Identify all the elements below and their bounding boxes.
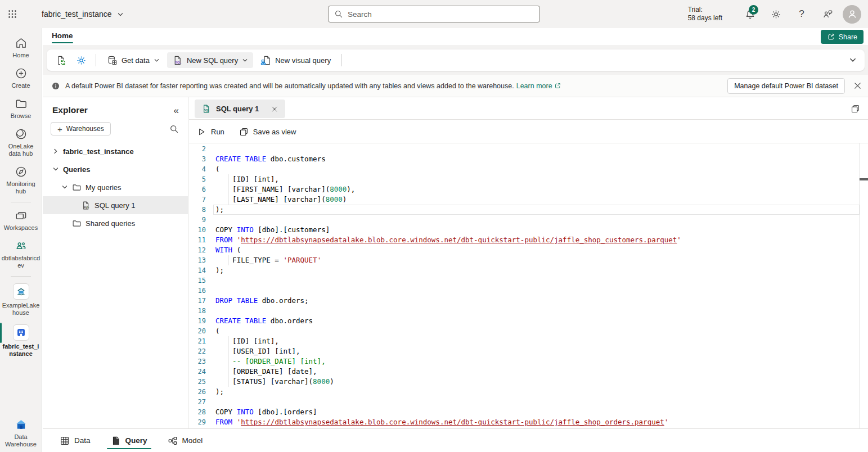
help-button[interactable]: ? [789,0,815,28]
monitoring-icon [15,165,28,178]
code-line-content[interactable]: FILE_TYPE = 'PARQUET' [215,255,860,265]
code-line-content[interactable]: [LAST_NAME] [varchar](8000) [215,195,860,205]
manage-default-dataset-button[interactable]: Manage default Power BI dataset [727,78,845,94]
notifications-button[interactable]: 2 [737,0,763,28]
code-line-content[interactable]: [ORDER_DATE] [date], [215,367,860,377]
line-number: 4 [189,164,206,174]
tree-item-queries[interactable]: Queries [43,160,188,178]
line-number: 2 [189,144,206,154]
code-line-content[interactable]: -- [ORDER_DATE] [int], [215,356,860,367]
code-line-content[interactable] [215,397,860,407]
code-line-content[interactable]: CREATE TABLE dbo.customers [215,154,860,164]
tree-item-sql-query-1[interactable]: SQLSQL query 1 [43,196,188,214]
tab-model-label: Model [182,436,203,445]
line-number: 6 [189,184,206,195]
code-line: 19CREATE TABLE dbo.orders [189,316,868,326]
search-input[interactable] [348,10,534,19]
explorer-search-icon[interactable] [169,124,179,134]
tab-model[interactable]: Model [161,429,209,452]
share-button[interactable]: Share [821,30,863,44]
rail-item-label: ExampleLakehouse [2,302,41,317]
tab-query[interactable]: Query [105,429,154,452]
code-line-content[interactable]: COPY INTO [dbo].[customers] [215,225,860,235]
play-icon [197,127,206,137]
tree-item-fabric-test-instance[interactable]: fabric_test_instance [43,142,188,160]
ribbon-collapse-chevron-icon[interactable] [849,56,857,64]
code-line-content[interactable]: ( [215,164,860,174]
code-line-content[interactable]: COPY INTO [dbo].[orders] [215,407,860,417]
banner-close-icon[interactable] [853,81,862,91]
settings-button[interactable] [763,0,789,28]
explorer-actions: + Warehouses [43,121,188,140]
rail-item-examplelakehouse[interactable]: ExampleLakehouse [0,279,42,320]
tree-item-my-queries[interactable]: My queries [43,178,188,196]
line-number: 22 [189,346,206,356]
app-launcher-button[interactable] [0,0,25,28]
close-tab-icon[interactable] [271,105,278,113]
rail-item-create[interactable]: Create [0,63,42,93]
code-line-content[interactable] [215,306,860,316]
editor-overview-ruler[interactable] [859,143,860,428]
line-number: 5 [189,174,206,184]
code-line-content[interactable]: [ID] [int], [215,336,860,346]
tab-data[interactable]: Data [53,429,97,452]
rail-item-dbtlabsfabricdev[interactable]: dbtlabsfabricdev [0,236,42,273]
code-line-content[interactable]: ); [215,387,860,397]
gear-icon [771,9,781,20]
code-line-content[interactable]: FROM 'https://dbtlabsynapsedatalake.blob… [215,235,860,245]
learn-more-link[interactable]: Learn more [516,82,561,90]
code-line-content[interactable]: ( [215,326,860,336]
line-number: 17 [189,296,206,306]
workspaces-icon [15,209,28,222]
rail-item-monitoring-hub[interactable]: Monitoring hub [0,161,42,199]
new-visual-query-button[interactable]: New visual query [255,52,336,68]
view-switcher-bar: Data Query Model [43,428,868,452]
account-avatar[interactable] [843,5,861,24]
new-warehouse-button[interactable]: + Warehouses [51,122,111,135]
rail-item-browse[interactable]: Browse [0,93,42,124]
code-line-content[interactable] [215,275,860,286]
code-line-content[interactable] [215,144,860,154]
new-sql-query-button[interactable]: SQL New SQL query [167,52,253,68]
code-line-content[interactable]: WITH ( [215,245,860,255]
create-icon [15,67,28,80]
tab-sql-query-1[interactable]: SQL SQL query 1 [195,100,285,118]
workspace-switcher[interactable]: fabric_test_instance [42,10,124,19]
code-line-content[interactable]: [ID] [int], [215,174,860,184]
code-line-content[interactable]: [USER_ID] [int], [215,346,860,356]
refresh-warehouse-button[interactable] [52,52,70,68]
feedback-button[interactable] [815,0,840,28]
rail-item-workspaces[interactable]: Workspaces [0,205,42,236]
code-line-content[interactable]: DROP TABLE dbo.orders; [215,296,860,306]
code-line: 17DROP TABLE dbo.orders; [189,296,868,306]
code-line-content[interactable]: FROM 'https://dbtlabsynapsedatalake.blob… [215,417,860,427]
tree-item-label: My queries [86,183,122,192]
rail-item-onelake-data-hub[interactable]: OneLake data hub [0,124,42,161]
tree-item-shared-queries[interactable]: Shared queries [43,214,188,232]
run-button[interactable]: Run [197,127,224,137]
code-line-content[interactable] [215,286,860,296]
save-as-view-button[interactable]: Save as view [239,127,296,137]
copy-icon[interactable] [851,104,860,114]
line-number: 12 [189,245,206,255]
tab-home[interactable]: Home [47,30,78,43]
collapse-panel-icon[interactable]: « [174,106,179,115]
code-line: 25 [STATUS] [varchar](8000) [189,377,868,387]
code-line-content[interactable]: ); [215,265,860,275]
rail-item-fabric-test-instance[interactable]: fabric_test_instance [0,320,42,361]
code-line-content[interactable]: CREATE TABLE dbo.orders [215,316,860,326]
warehouse-settings-button[interactable] [72,52,90,68]
line-number: 24 [189,367,206,377]
line-number: 23 [189,356,206,367]
code-line-content[interactable]: [FIRST_NAME] [varchar](8000), [215,184,860,195]
code-line-content[interactable] [215,215,860,225]
sql-file-green-icon: SQL [201,104,211,114]
get-data-button[interactable]: Get data [102,52,165,68]
rail-item-data-warehouse[interactable]: Data Warehouse [0,414,42,452]
code-line-content[interactable]: ); [215,205,860,215]
ribbon-row: Get data SQL New SQL query New visual qu… [43,45,868,75]
feedback-icon [822,9,833,20]
line-number: 7 [189,195,206,205]
code-line-content[interactable]: [STATUS] [varchar](8000) [215,377,860,387]
rail-item-home[interactable]: Home [0,33,42,63]
